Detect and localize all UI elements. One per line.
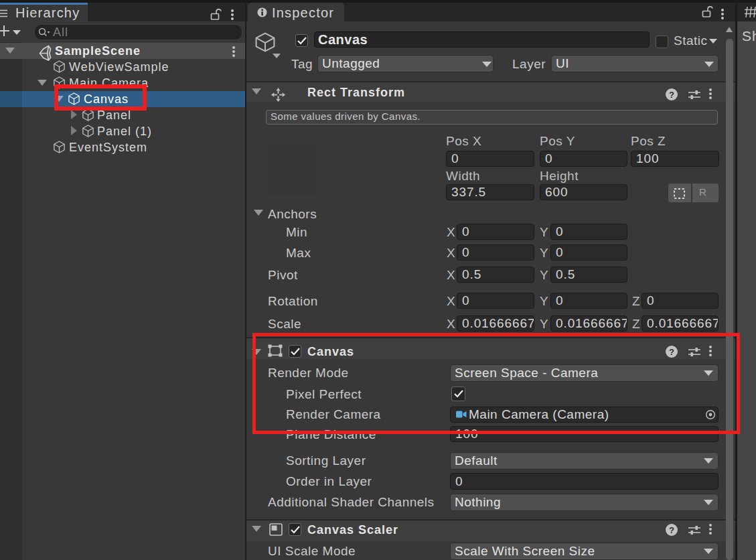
svg-text:?: ? [669, 90, 674, 100]
svg-text:?: ? [669, 525, 674, 535]
